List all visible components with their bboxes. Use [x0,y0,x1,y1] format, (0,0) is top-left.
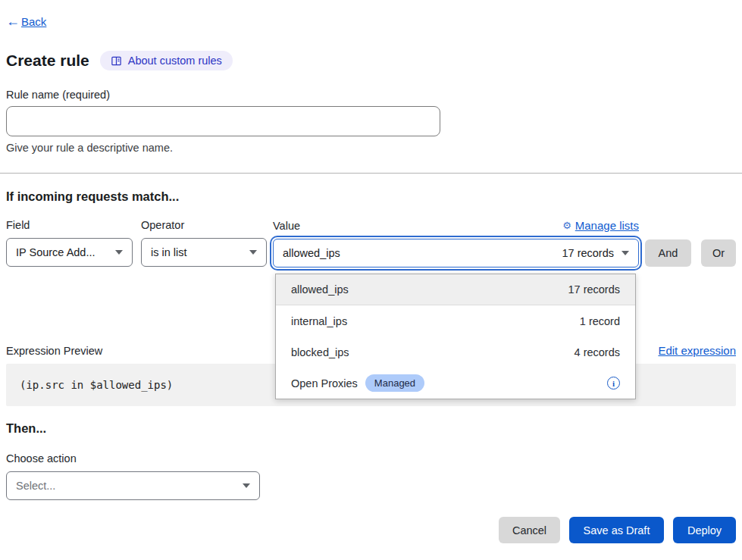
list-item-internal-ips[interactable]: internal_ips 1 record [276,305,635,336]
expression-preview-label: Expression Preview [6,345,102,357]
list-item-name: blocked_ips [291,346,575,358]
match-section-heading: If incoming requests match... [6,189,736,204]
list-item-name: Open Proxies [291,377,358,389]
manage-lists-label: Manage lists [575,219,639,232]
field-select-value: IP Source Add... [16,246,108,258]
condition-row: Field IP Source Add... Operator is in li… [6,219,736,267]
field-column: Field IP Source Add... [6,219,133,267]
choose-action-label: Choose action [6,452,736,465]
save-as-draft-button[interactable]: Save as Draft [569,517,664,543]
value-column: Value ⚙ Manage lists allowed_ips 17 reco… [273,219,639,267]
create-rule-page: ← Back Create rule About custom rules Ru… [0,14,742,543]
operator-select[interactable]: is in list [141,238,267,267]
list-item-records: 1 record [580,315,620,327]
about-custom-rules-label: About custom rules [128,55,222,67]
value-select[interactable]: allowed_ips 17 records allowed_ips 17 re… [273,239,639,267]
chevron-down-icon [621,251,629,255]
chevron-down-icon [249,250,257,255]
chevron-down-icon [115,250,123,255]
page-title: Create rule [6,52,89,70]
list-item-blocked-ips[interactable]: blocked_ips 4 records [276,336,635,368]
list-item-allowed-ips[interactable]: allowed_ips 17 records [276,274,635,305]
manage-lists-link[interactable]: ⚙ Manage lists [562,219,639,232]
value-label-row: Value ⚙ Manage lists [273,219,639,232]
operator-label: Operator [141,219,267,231]
action-select[interactable]: Select... [6,471,260,500]
about-custom-rules-link[interactable]: About custom rules [100,51,233,70]
managed-badge: Managed [365,374,424,392]
or-button[interactable]: Or [701,239,736,267]
cancel-button[interactable]: Cancel [499,517,560,543]
gear-icon: ⚙ [562,220,571,231]
and-button[interactable]: And [645,239,691,267]
back-link[interactable]: Back [21,15,46,28]
back-link-row: ← Back [6,14,736,30]
operator-select-value: is in list [151,246,242,258]
list-item-records: 4 records [575,346,620,358]
list-dropdown: allowed_ips 17 records internal_ips 1 re… [275,274,636,399]
list-item-name: allowed_ips [291,283,568,296]
back-arrow-icon: ← [6,14,20,30]
deploy-button[interactable]: Deploy [673,517,736,543]
list-item-open-proxies[interactable]: Open Proxies Managed i [276,368,635,399]
book-icon [111,55,122,67]
action-select-placeholder: Select... [16,480,235,492]
rule-name-label: Rule name (required) [6,89,736,101]
title-row: Create rule About custom rules [6,51,736,70]
field-label: Field [6,219,133,231]
value-label: Value [273,220,300,232]
chevron-down-icon [243,483,250,488]
value-select-meta: 17 records [562,247,614,259]
operator-column: Operator is in list [141,219,267,267]
then-section-heading: Then... [6,421,736,436]
value-select-value: allowed_ips [283,247,554,259]
edit-expression-link[interactable]: Edit expression [658,344,736,357]
rule-name-helper: Give your rule a descriptive name. [6,142,736,154]
section-divider [0,173,742,174]
list-item-records: 17 records [568,283,620,296]
rule-name-input[interactable] [6,106,440,136]
info-icon[interactable]: i [607,377,620,389]
list-item-name: internal_ips [291,315,580,327]
footer-actions: Cancel Save as Draft Deploy [6,517,736,543]
field-select[interactable]: IP Source Add... [6,238,133,267]
